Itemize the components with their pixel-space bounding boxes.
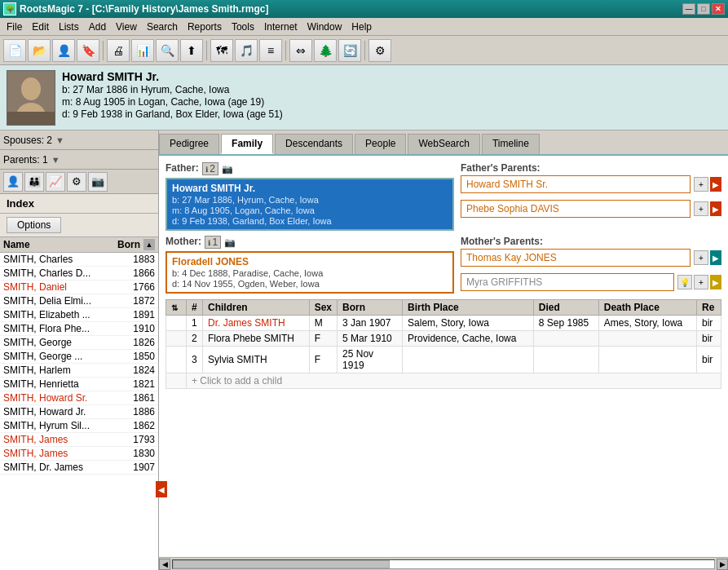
table-row[interactable]: 2 Flora Phebe SMITH F 5 Mar 1910 Provide… [166, 331, 721, 347]
list-item[interactable]: SMITH, Charles D...1866 [0, 267, 158, 281]
minimize-button[interactable]: — [682, 3, 695, 15]
mother-parents-label: Mother's Parents: [461, 236, 721, 247]
scroll-right-btn[interactable]: ▶ [717, 559, 728, 570]
father-box[interactable]: Howard SMITH Jr. b: 27 Mar 1886, Hyrum, … [165, 178, 454, 231]
print-button[interactable]: 🖨 [107, 39, 130, 62]
tab-pedigree[interactable]: Pedigree [159, 134, 219, 154]
menu-window[interactable]: Window [302, 20, 347, 34]
col-deathplace: Death Place [598, 300, 696, 316]
menu-help[interactable]: Help [346, 20, 377, 34]
right-panel: PedigreeFamilyDescendantsPeopleWebSearch… [159, 130, 728, 570]
list-item[interactable]: SMITH, Hyrum Sil...1862 [0, 419, 158, 433]
tab-timeline[interactable]: Timeline [482, 134, 540, 154]
person-photo[interactable] [7, 70, 55, 126]
list-item[interactable]: SMITH, Howard Jr.1886 [0, 405, 158, 419]
h-scrollbar-thumb[interactable] [173, 560, 390, 568]
father-label: Father: [165, 162, 199, 174]
table-row[interactable]: 3 Sylvia SMITH F 25 Nov 1919 bir [166, 347, 721, 373]
h-scrollbar-track[interactable] [172, 559, 715, 569]
person-icon-btn[interactable]: 👤 [3, 172, 23, 192]
mother-section: Mother: ℹ 1 📷 Floradell JONES b: 4 Dec 1… [165, 236, 721, 294]
list-item[interactable]: SMITH, George ...1850 [0, 350, 158, 364]
map-button[interactable]: 🗺 [210, 39, 233, 62]
merge-button[interactable]: ⇔ [289, 39, 312, 62]
svg-point-1 [21, 77, 41, 100]
list-item[interactable]: SMITH, Howard Sr.1861 [0, 391, 158, 405]
menu-view[interactable]: View [111, 20, 142, 34]
index-table-header: Name Born ▲ [0, 237, 158, 253]
properties-button[interactable]: 🔖 [77, 39, 99, 62]
list-item[interactable]: SMITH, Flora Phe...1910 [0, 322, 158, 336]
scroll-up-btn[interactable]: ▲ [143, 239, 155, 250]
options-button[interactable]: Options [7, 217, 61, 233]
mother-father-name[interactable]: Thomas Kay JONES [461, 249, 690, 267]
tab-websearch[interactable]: WebSearch [408, 134, 479, 154]
camera-icon-btn[interactable]: 📷 [88, 172, 108, 192]
menu-file[interactable]: File [2, 20, 27, 34]
spouses-label: Spouses: 2 [3, 135, 52, 146]
list-item[interactable]: SMITH, Elizabeth ...1891 [0, 308, 158, 322]
list-item[interactable]: SMITH, James1830 [0, 447, 158, 461]
father-father-add-btn[interactable]: + [694, 177, 708, 192]
close-button[interactable]: ✕ [712, 3, 725, 15]
tab-people[interactable]: People [355, 134, 406, 154]
open-button[interactable]: 📂 [28, 39, 51, 62]
list-item[interactable]: SMITH, James1793 [0, 433, 158, 447]
father-father-name[interactable]: Howard SMITH Sr. [461, 175, 690, 193]
mother-mother-add-btn[interactable]: + [694, 275, 708, 289]
menu-tools[interactable]: Tools [227, 20, 259, 34]
new-file-button[interactable]: 📄 [3, 39, 26, 62]
add-child-row[interactable]: + Click to add a child [166, 373, 721, 389]
list-button[interactable]: ≡ [259, 39, 282, 62]
nav-arrow-left[interactable]: ◀ [156, 481, 167, 497]
gear-icon-btn[interactable]: ⚙ [67, 172, 86, 192]
menu-edit[interactable]: Edit [27, 20, 54, 34]
person-info-panel: Howard SMITH Jr. b: 27 Mar 1886 in Hyrum… [0, 65, 728, 130]
list-item[interactable]: SMITH, George1826 [0, 336, 158, 350]
mother-mother-bulb-btn[interactable]: 💡 [677, 275, 692, 289]
menu-internet[interactable]: Internet [259, 20, 302, 34]
maximize-button[interactable]: □ [697, 3, 710, 15]
family-icon-btn[interactable]: 👪 [24, 172, 44, 192]
menu-search[interactable]: Search [142, 20, 183, 34]
father-father-arrow[interactable]: ▶ [710, 177, 721, 192]
list-item[interactable]: SMITH, Daniel1766 [0, 281, 158, 294]
add-person-button[interactable]: 👤 [52, 39, 75, 62]
scroll-left-btn[interactable]: ◀ [159, 559, 170, 570]
list-item[interactable]: SMITH, Harlem1824 [0, 364, 158, 378]
navigate-button[interactable]: ⬆ [180, 39, 203, 62]
settings-button[interactable]: ⚙ [368, 39, 391, 62]
col-children[interactable]: Children [203, 300, 310, 316]
mother-father-arrow[interactable]: ▶ [710, 250, 721, 265]
reports-button[interactable]: 📊 [131, 39, 154, 62]
list-item[interactable]: SMITH, Henrietta1821 [0, 378, 158, 391]
table-row[interactable]: 1 Dr. James SMITH M 3 Jan 1907 Salem, St… [166, 316, 721, 331]
chart-icon-btn[interactable]: 📈 [46, 172, 65, 192]
tab-descendants[interactable]: Descendants [275, 134, 353, 154]
svg-rect-3 [7, 112, 55, 125]
horizontal-scrollbar[interactable]: ◀ ▶ [159, 557, 728, 570]
father-mother-name[interactable]: Phebe Sophia DAVIS [461, 200, 690, 218]
tab-family[interactable]: Family [221, 134, 273, 154]
tree-button[interactable]: 🌲 [314, 39, 337, 62]
mother-box-name: Floradell JONES [172, 256, 448, 267]
search-toolbar-button[interactable]: 🔍 [156, 39, 179, 62]
mother-mother-arrow[interactable]: ▶ [710, 275, 721, 289]
media-button[interactable]: 🎵 [235, 39, 258, 62]
index-list[interactable]: SMITH, Charles1883SMITH, Charles D...186… [0, 253, 158, 570]
list-item[interactable]: SMITH, Dr. James1907 [0, 461, 158, 475]
father-mother-arrow[interactable]: ▶ [710, 201, 721, 216]
col-sort[interactable]: ⇅ [166, 300, 187, 316]
list-item[interactable]: SMITH, Charles1883 [0, 253, 158, 267]
father-section: Father: ℹ 2 📷 Howard SMITH Jr. b: 27 Mar… [165, 162, 721, 231]
menu-add[interactable]: Add [84, 20, 111, 34]
menu-reports[interactable]: Reports [183, 20, 227, 34]
mother-mother-name[interactable]: Myra GRIFFITHS [461, 273, 674, 291]
menu-lists[interactable]: Lists [54, 20, 84, 34]
father-mother-add-btn[interactable]: + [694, 201, 708, 216]
mother-box[interactable]: Floradell JONES b: 4 Dec 1888, Paradise,… [165, 251, 454, 294]
col-born-header: Born [107, 239, 143, 250]
list-item[interactable]: SMITH, Delia Elmi...1872 [0, 294, 158, 308]
mother-father-add-btn[interactable]: + [694, 250, 708, 265]
sync-button[interactable]: 🔄 [338, 39, 361, 62]
